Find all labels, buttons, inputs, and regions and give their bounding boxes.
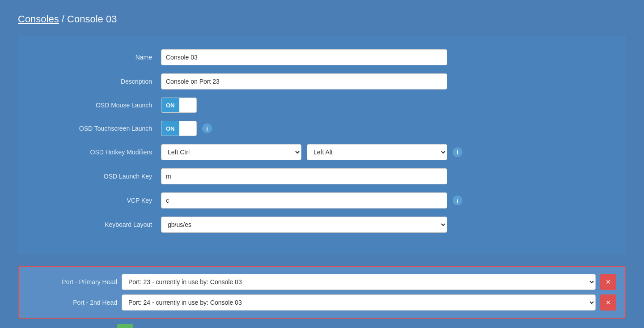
- osd-touchscreen-info-icon: i: [202, 124, 212, 133]
- description-input[interactable]: [161, 73, 447, 89]
- port-second-head-remove-button[interactable]: ×: [600, 294, 616, 311]
- vcp-key-info-icon: i: [453, 196, 462, 205]
- add-port-button[interactable]: +: [117, 324, 133, 328]
- hotkey-modifier1-select[interactable]: Left Ctrl Right Ctrl Left Shift Right Sh…: [161, 144, 301, 160]
- osd-mouse-launch-on: ON: [161, 98, 179, 112]
- ports-section: Port - Primary Head Port: 23 - currently…: [18, 266, 626, 319]
- port-second-head-label: Port - 2nd Head: [28, 299, 117, 306]
- vcp-key-row: VCP Key i: [36, 192, 608, 209]
- osd-mouse-launch-off-area: [179, 98, 197, 112]
- osd-mouse-launch-row: OSD Mouse Launch ON: [36, 98, 608, 113]
- port-second-head-select[interactable]: Port: 23 - currently in use by: Console …: [122, 294, 596, 311]
- breadcrumb: Consoles / Console 03: [18, 13, 626, 25]
- osd-mouse-launch-toggle[interactable]: ON: [161, 98, 197, 113]
- hotkey-modifier2-select[interactable]: Left Ctrl Right Ctrl Left Shift Right Sh…: [307, 144, 447, 160]
- port-primary-head-row: Port - Primary Head Port: 23 - currently…: [28, 274, 616, 290]
- osd-mouse-launch-label: OSD Mouse Launch: [36, 102, 161, 109]
- osd-touchscreen-launch-off-area: [179, 121, 197, 136]
- osd-hotkey-modifiers-label: OSD Hotkey Modifiers: [36, 149, 161, 156]
- name-input[interactable]: [161, 49, 447, 65]
- port-primary-head-label: Port - Primary Head: [28, 278, 117, 285]
- osd-touchscreen-launch-label: OSD Touchscreen Launch: [36, 125, 161, 132]
- vcp-key-input[interactable]: [161, 192, 447, 209]
- keyboard-layout-label: Keyboard Layout: [36, 221, 161, 228]
- port-second-head-row: Port - 2nd Head Port: 23 - currently in …: [28, 294, 616, 311]
- port-primary-head-select[interactable]: Port: 23 - currently in use by: Console …: [122, 274, 596, 290]
- name-row: Name: [36, 49, 608, 65]
- osd-launch-key-row: OSD Launch Key: [36, 168, 608, 184]
- osd-hotkey-info-icon: i: [453, 147, 462, 157]
- osd-launch-key-input[interactable]: [161, 168, 447, 184]
- breadcrumb-parent-link[interactable]: Consoles: [18, 13, 59, 25]
- port-primary-head-remove-button[interactable]: ×: [600, 274, 616, 290]
- osd-touchscreen-launch-on: ON: [161, 121, 179, 136]
- breadcrumb-current: Console 03: [67, 13, 117, 25]
- osd-touchscreen-launch-row: OSD Touchscreen Launch ON i: [36, 121, 608, 136]
- osd-hotkey-modifiers-row: OSD Hotkey Modifiers Left Ctrl Right Ctr…: [36, 144, 608, 160]
- osd-hotkey-modifiers-wrap: Left Ctrl Right Ctrl Left Shift Right Sh…: [161, 144, 447, 160]
- name-label: Name: [36, 54, 161, 61]
- description-label: Description: [36, 78, 161, 85]
- bottom-section: Port - Primary Head Port: 23 - currently…: [18, 254, 626, 328]
- breadcrumb-separator: /: [59, 13, 67, 25]
- osd-launch-key-label: OSD Launch Key: [36, 173, 161, 180]
- description-row: Description: [36, 73, 608, 89]
- osd-touchscreen-launch-toggle[interactable]: ON: [161, 121, 197, 136]
- vcp-key-label: VCP Key: [36, 197, 161, 204]
- keyboard-layout-row: Keyboard Layout gb/us/es us gb de fr es: [36, 217, 608, 233]
- keyboard-layout-select[interactable]: gb/us/es us gb de fr es: [161, 217, 447, 233]
- form-container: Name Description OSD Mouse Launch ON OSD…: [18, 36, 626, 254]
